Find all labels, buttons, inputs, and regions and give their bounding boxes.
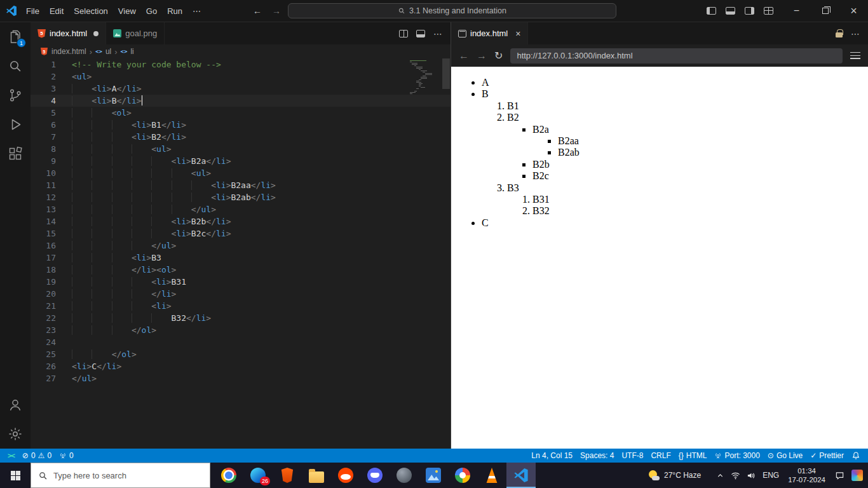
line-number[interactable]: 27 — [31, 372, 56, 384]
app-file-explorer-button[interactable] — [302, 463, 331, 488]
status-port[interactable]: Port: 3000 — [710, 449, 763, 463]
url-input[interactable]: http://127.0.0.1:3000/index.html — [510, 48, 843, 64]
activity-explorer-icon[interactable]: 1 — [0, 22, 31, 51]
close-button[interactable]: × — [839, 0, 868, 22]
code-line[interactable]: 26<li>C</li> — [31, 360, 451, 372]
breadcrumb-item-ul[interactable]: ul — [105, 47, 111, 56]
code-line[interactable]: 9 <li>B2a</li> — [31, 155, 451, 167]
tab-browser-index-html[interactable]: index.html × — [451, 22, 528, 44]
minimap[interactable] — [410, 60, 440, 95]
problems-status[interactable]: ⊘0 ⚠0 — [18, 449, 55, 463]
hamburger-menu-icon[interactable] — [850, 52, 860, 59]
line-number[interactable]: 11 — [31, 179, 56, 191]
code-line[interactable]: 11 <li>B2aa</li> — [31, 179, 451, 191]
app-google-button[interactable] — [448, 463, 477, 488]
status-prettier[interactable]: ✓Prettier — [806, 449, 848, 463]
status-language-mode[interactable]: {}HTML — [675, 449, 711, 463]
app-brave-button[interactable] — [273, 463, 302, 488]
browser-reload-icon[interactable]: ↻ — [494, 50, 503, 62]
line-number[interactable]: 26 — [31, 360, 56, 372]
language-indicator[interactable]: ENG — [763, 471, 779, 480]
status-eol[interactable]: CRLF — [647, 449, 674, 463]
code-line[interactable]: 24 — [31, 336, 451, 348]
close-tab-icon[interactable]: × — [515, 29, 520, 39]
line-number[interactable]: 20 — [31, 288, 56, 300]
menu-edit[interactable]: Edit — [44, 4, 69, 18]
line-number[interactable]: 17 — [31, 252, 56, 264]
code-line[interactable]: 25 </ol> — [31, 348, 451, 360]
line-number[interactable]: 13 — [31, 203, 56, 215]
activity-extensions-icon[interactable] — [0, 139, 31, 168]
line-number[interactable]: 7 — [31, 131, 56, 143]
line-number[interactable]: 4 — [31, 95, 56, 107]
menu-more-icon[interactable]: ⋯ — [187, 4, 206, 18]
app-edge-button[interactable]: 26 — [243, 463, 273, 488]
code-line[interactable]: 8 <ul> — [31, 143, 451, 155]
command-center[interactable]: 3.1 Nesting and Indentation — [288, 3, 616, 18]
line-number[interactable]: 14 — [31, 215, 56, 227]
activity-run-debug-icon[interactable] — [0, 110, 31, 139]
code-line[interactable]: 15 <li>B2c</li> — [31, 227, 451, 240]
line-number[interactable]: 21 — [31, 300, 56, 312]
editor-scrollbar[interactable] — [442, 58, 450, 89]
status-indentation[interactable]: Spaces: 4 — [576, 449, 618, 463]
line-number[interactable]: 18 — [31, 264, 56, 276]
line-number[interactable]: 22 — [31, 312, 56, 324]
app-vlc-button[interactable] — [477, 463, 506, 488]
toggle-panel-icon[interactable] — [726, 7, 735, 15]
code-line[interactable]: 18 </li><ol> — [31, 264, 451, 276]
code-line[interactable]: 14 <li>B2b</li> — [31, 215, 451, 227]
minimize-button[interactable]: − — [782, 0, 811, 22]
code-line[interactable]: 4 <li>B</li> — [31, 95, 451, 107]
action-center-icon[interactable] — [834, 471, 845, 480]
code-line[interactable]: 12 <li>B2ab</li> — [31, 191, 451, 203]
forward-arrow-icon[interactable]: → — [272, 6, 281, 16]
line-number[interactable]: 2 — [31, 71, 56, 83]
toggle-sidebar-icon[interactable] — [707, 7, 716, 15]
customize-layout-icon[interactable] — [764, 7, 773, 15]
code-line[interactable]: 19 <li>B31 — [31, 276, 451, 288]
toggle-layout-icon[interactable] — [416, 30, 425, 37]
breadcrumb-item-index-html[interactable]: index.html — [51, 47, 86, 56]
line-number[interactable]: 1 — [31, 58, 56, 71]
line-number[interactable]: 19 — [31, 276, 56, 288]
menu-file[interactable]: File — [21, 4, 44, 18]
code-line[interactable]: 13 </ul> — [31, 203, 451, 215]
browser-forward-icon[interactable]: → — [477, 50, 487, 62]
code-line[interactable]: 3 <li>A</li> — [31, 83, 451, 95]
line-number[interactable]: 3 — [31, 83, 56, 95]
browser-more-actions-icon[interactable]: ⋯ — [851, 29, 860, 39]
app-github-desktop-button[interactable] — [390, 463, 419, 488]
app-discord-button[interactable] — [360, 463, 390, 488]
code-line[interactable]: 6 <li>B1</li> — [31, 119, 451, 131]
app-reddit-button[interactable] — [331, 463, 360, 488]
line-number[interactable]: 6 — [31, 119, 56, 131]
code-line[interactable]: 21 <li> — [31, 300, 451, 312]
code-line[interactable]: 2<ul> — [31, 71, 451, 83]
app-chrome-button[interactable] — [214, 463, 243, 488]
weather-widget[interactable]: 27°C Haze — [648, 470, 701, 481]
start-button[interactable] — [0, 463, 31, 488]
line-number[interactable]: 12 — [31, 191, 56, 203]
remote-indicator[interactable]: >< — [4, 449, 18, 463]
menu-view[interactable]: View — [113, 4, 141, 18]
app-vscode-button[interactable] — [506, 463, 536, 488]
line-number[interactable]: 15 — [31, 227, 56, 240]
app-photos-button[interactable] — [419, 463, 448, 488]
split-editor-icon[interactable] — [399, 30, 408, 37]
activity-settings-icon[interactable] — [0, 419, 31, 449]
line-number[interactable]: 9 — [31, 155, 56, 167]
ports-status[interactable]: 0 — [55, 449, 78, 463]
toggle-secondary-sidebar-icon[interactable] — [745, 7, 754, 15]
code-line[interactable]: 16 </ul> — [31, 240, 451, 252]
code-line[interactable]: 1<!-- Write your code below --> — [31, 58, 451, 71]
tray-app-icon[interactable] — [851, 470, 863, 481]
menu-go[interactable]: Go — [141, 4, 162, 18]
wifi-icon[interactable] — [731, 471, 740, 480]
line-number[interactable]: 8 — [31, 143, 56, 155]
tab-goal-png[interactable]: goal.png — [106, 22, 165, 44]
status-cursor-position[interactable]: Ln 4, Col 15 — [527, 449, 576, 463]
activity-source-control-icon[interactable] — [0, 81, 31, 110]
line-number[interactable]: 25 — [31, 348, 56, 360]
back-arrow-icon[interactable]: ← — [253, 6, 262, 16]
